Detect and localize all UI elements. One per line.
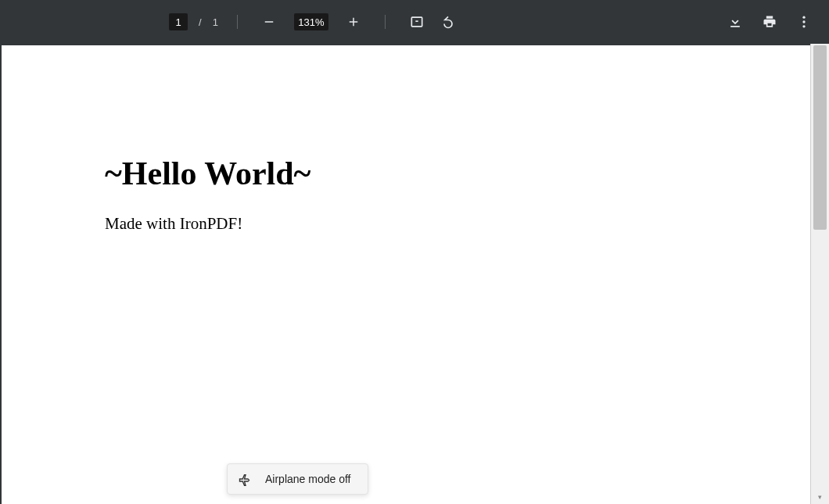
- document-heading: ~Hello World~: [105, 155, 810, 192]
- download-icon: [727, 14, 743, 30]
- pdf-page-viewer[interactable]: ~Hello World~ Made with IronPDF!: [0, 44, 810, 504]
- vertical-scrollbar[interactable]: ▾: [810, 44, 829, 504]
- toast-message: Airplane mode off: [265, 473, 350, 485]
- toolbar-paging-zoom-group: / 1: [169, 9, 461, 34]
- airplane-icon: [239, 472, 253, 486]
- more-vertical-icon: [796, 14, 812, 30]
- scrollbar-down-button[interactable]: ▾: [811, 490, 829, 504]
- current-page-input[interactable]: [169, 13, 188, 30]
- svg-point-7: [802, 25, 805, 27]
- toolbar-divider: [237, 15, 238, 29]
- rotate-button[interactable]: [436, 9, 461, 34]
- zoom-level-input[interactable]: [294, 13, 328, 30]
- fit-page-icon: [409, 14, 425, 30]
- chevron-down-icon: ▾: [818, 493, 822, 501]
- scrollbar-thumb[interactable]: [813, 45, 827, 230]
- rotate-icon: [440, 14, 456, 30]
- print-icon: [762, 14, 777, 30]
- download-button[interactable]: [723, 9, 748, 34]
- zoom-in-button[interactable]: [341, 9, 366, 34]
- zoom-out-button[interactable]: [257, 9, 282, 34]
- document-body-text: Made with IronPDF!: [105, 214, 810, 234]
- print-button[interactable]: [757, 9, 782, 34]
- fit-page-button[interactable]: [404, 9, 429, 34]
- system-toast: Airplane mode off: [227, 463, 368, 495]
- svg-point-5: [802, 16, 805, 19]
- more-menu-button[interactable]: [791, 9, 816, 34]
- pdf-toolbar: / 1: [0, 0, 829, 44]
- document-page: ~Hello World~ Made with IronPDF!: [2, 45, 810, 234]
- toolbar-right-group: [723, 9, 816, 34]
- plus-icon: [346, 15, 361, 29]
- svg-point-6: [802, 20, 805, 23]
- minus-icon: [262, 15, 276, 29]
- total-pages: 1: [213, 16, 218, 28]
- toolbar-divider: [385, 15, 386, 29]
- page-separator: /: [199, 16, 202, 28]
